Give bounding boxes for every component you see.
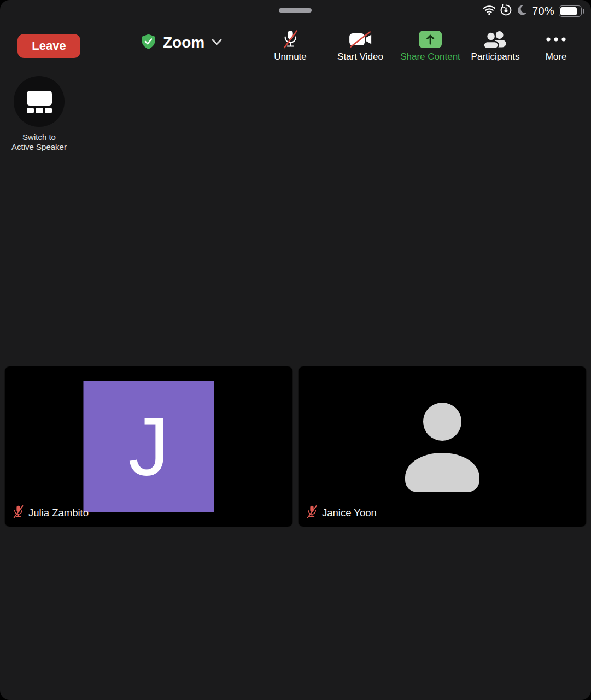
participant-name-row: Julia Zambito <box>13 505 89 521</box>
ellipsis-icon <box>545 28 567 50</box>
video-tile-julia-zambito[interactable]: J Julia Zambito <box>4 366 293 527</box>
switch-view-label-line2: Active Speaker <box>11 142 67 151</box>
mic-muted-icon <box>282 28 299 50</box>
active-speaker-view-icon <box>14 76 65 127</box>
leave-button[interactable]: Leave <box>17 34 80 58</box>
more-label: More <box>546 51 567 62</box>
participants-icon <box>483 28 507 50</box>
orientation-lock-icon <box>500 4 512 18</box>
video-tile-janice-yoon[interactable]: Janice Yoon <box>298 366 587 527</box>
unmute-button[interactable]: Unmute <box>274 28 307 62</box>
participant-name: Janice Yoon <box>322 507 377 519</box>
start-video-label: Start Video <box>337 51 383 62</box>
avatar-letter-julia: J <box>84 381 214 512</box>
zoom-meeting-screen: 70% Leave Zoom Unm <box>0 0 591 700</box>
switch-view-label: Switch to Active Speaker <box>11 132 67 151</box>
meeting-title-menu[interactable]: Zoom <box>141 32 222 54</box>
do-not-disturb-moon-icon <box>516 4 528 18</box>
video-muted-icon <box>348 28 372 50</box>
meeting-title: Zoom <box>163 34 204 51</box>
muted-mic-icon <box>13 505 24 521</box>
multitasking-grabber-handle[interactable] <box>279 8 312 13</box>
muted-mic-icon <box>306 505 318 521</box>
encryption-shield-icon <box>141 34 156 52</box>
participants-button[interactable]: Participants <box>471 28 520 62</box>
more-button[interactable]: More <box>545 28 567 62</box>
battery-icon <box>559 5 582 17</box>
share-up-arrow-icon <box>419 28 442 50</box>
battery-percent: 70% <box>532 5 554 18</box>
wifi-icon <box>483 5 496 18</box>
switch-to-active-speaker-button[interactable]: Switch to Active Speaker <box>0 76 78 151</box>
switch-view-label-line1: Switch to <box>22 132 56 142</box>
share-content-label: Share Content <box>400 51 460 62</box>
start-video-button[interactable]: Start Video <box>337 28 383 62</box>
share-content-button[interactable]: Share Content <box>400 28 460 62</box>
chevron-down-icon <box>212 38 222 48</box>
person-silhouette-avatar <box>404 401 481 497</box>
status-bar: 70% <box>483 3 584 19</box>
participants-label: Participants <box>471 51 520 62</box>
participant-name-row: Janice Yoon <box>306 505 377 521</box>
unmute-label: Unmute <box>274 51 307 62</box>
avatar-letter: J <box>128 406 169 488</box>
battery-nub <box>583 9 584 14</box>
participant-name: Julia Zambito <box>28 507 89 519</box>
